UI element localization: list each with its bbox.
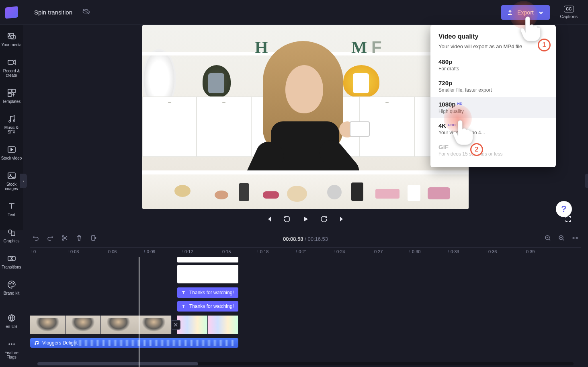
sidebar-item-label: Feature Flags — [1, 351, 22, 359]
ruler-tick: 0:21 — [299, 249, 307, 254]
quality-option-720p[interactable]: 720p Smaller file, faster export — [430, 76, 556, 97]
ruler-tick: 0 — [33, 249, 36, 254]
text-clip-2[interactable]: Thanks for watching! — [177, 301, 238, 312]
sidebar-item-your-media[interactable]: Your media — [0, 30, 23, 49]
quality-sub: For drafts — [438, 66, 548, 72]
ruler-tick: 0:18 — [260, 249, 268, 254]
split-button[interactable] — [61, 235, 68, 243]
sidebar-item-feature-flags[interactable]: Feature Flags — [0, 338, 23, 361]
sidebar-item-stock-video[interactable]: Stock video — [0, 143, 23, 162]
sidebar-item-templates[interactable]: Templates — [0, 86, 23, 105]
sidebar-item-label: en-US — [6, 324, 17, 329]
timeline-timecode: 00:08.58 / 00:16.53 — [283, 236, 328, 242]
app-logo[interactable] — [0, 0, 23, 25]
help-button[interactable]: ? — [556, 201, 572, 217]
quality-title: 1080p — [438, 101, 456, 108]
svg-point-17 — [11, 282, 12, 283]
sidebar-item-label: Templates — [2, 99, 21, 104]
zoom-out-button[interactable] — [545, 235, 551, 243]
timeline-scrollbar[interactable] — [37, 362, 574, 365]
quality-option-480p[interactable]: 480p For drafts — [430, 54, 556, 76]
text-icon — [181, 304, 186, 309]
ruler-tick: 0:12 — [184, 249, 193, 254]
quality-title: GIF — [438, 144, 449, 150]
timeline-tracks[interactable]: Thanks for watching! Thanks for watching… — [30, 257, 581, 367]
chevron-down-icon — [538, 9, 544, 16]
video-preview[interactable]: H M F — [142, 25, 469, 209]
captions-label: Captions — [560, 14, 578, 19]
globe-icon — [7, 313, 16, 323]
quality-option-4k[interactable]: 4KUHD Your video has no 4... — [430, 118, 556, 139]
sidebar-item-label: Graphics — [3, 239, 19, 243]
sidebar-item-transitions[interactable]: Transitions — [0, 252, 23, 271]
export-clip-button[interactable] — [90, 235, 97, 243]
video-clip-outro[interactable] — [177, 316, 238, 334]
ruler-tick: 0:06 — [108, 249, 117, 254]
svg-point-22 — [13, 343, 15, 345]
svg-rect-7 — [8, 93, 11, 96]
export-label: Export — [517, 9, 533, 16]
ruler-tick: 0:27 — [374, 249, 383, 254]
svg-point-18 — [13, 283, 14, 284]
quality-sub: High quality — [438, 109, 548, 114]
redo-button[interactable] — [47, 235, 53, 243]
cc-icon: CC — [564, 6, 574, 12]
export-button[interactable]: Export — [501, 5, 549, 20]
time-sep: / — [305, 236, 306, 242]
rewind-button[interactable] — [283, 215, 291, 223]
clipchamp-logo-icon — [5, 6, 18, 18]
captions-button[interactable]: CC Captions — [558, 5, 580, 20]
playhead[interactable] — [139, 257, 139, 367]
svg-rect-5 — [8, 89, 11, 92]
svg-rect-11 — [8, 173, 15, 178]
video-clip-main[interactable] — [30, 316, 172, 334]
timeline-ruler[interactable]: 0 0:03 0:06 0:09 0:12 0:15 0:18 0:21 0:2… — [30, 247, 581, 257]
ruler-tick: 0:36 — [488, 249, 497, 254]
quality-option-1080p[interactable]: 1080pHD High quality — [430, 97, 556, 118]
svg-point-16 — [10, 283, 10, 284]
sidebar-item-record-create[interactable]: Record & create — [0, 56, 23, 79]
overlay-clip[interactable] — [177, 257, 238, 262]
transition-badge[interactable] — [171, 320, 180, 330]
total-time: 00:16.53 — [307, 236, 328, 242]
music-icon — [7, 114, 16, 124]
timeline-pane: 00:08.58 / 00:16.53 0 0:03 0:06 0:09 0:1… — [23, 230, 588, 367]
sidebar-item-text[interactable]: Text — [0, 200, 23, 219]
timeline-scrollbar-thumb[interactable] — [37, 362, 198, 365]
undo-button[interactable] — [33, 235, 39, 243]
text-clip-1[interactable]: Thanks for watching! — [177, 287, 238, 298]
sidebar: Your media Record & create Templates Mus… — [0, 25, 23, 230]
sidebar-item-label: Stock video — [1, 156, 22, 160]
quality-sub: Smaller file, faster export — [438, 87, 548, 93]
sidebar-item-locale[interactable]: en-US — [0, 312, 23, 330]
ruler-tick: 0:33 — [451, 249, 459, 254]
svg-point-8 — [9, 121, 10, 122]
project-title[interactable]: Spin transition — [34, 9, 72, 16]
image-icon — [7, 171, 16, 180]
sidebar-item-label: Music & SFX — [1, 125, 22, 134]
text-clip-label: Thanks for watching! — [189, 290, 234, 295]
skip-end-button[interactable] — [338, 215, 346, 223]
overlay-clip-2[interactable] — [177, 265, 238, 283]
zoom-fit-button[interactable] — [572, 235, 578, 243]
skip-start-button[interactable] — [265, 215, 272, 223]
timeline-toolbar: 00:08.58 / 00:16.53 — [23, 230, 588, 247]
delete-button[interactable] — [76, 235, 82, 243]
annotation-number-1: 1 — [538, 39, 551, 51]
quality-title: 720p — [438, 80, 452, 86]
right-panel-handle[interactable]: ‹ — [585, 174, 588, 188]
forward-button[interactable] — [320, 215, 328, 223]
camera-icon — [7, 57, 16, 67]
sidebar-item-graphics[interactable]: Graphics — [0, 226, 23, 245]
quality-option-gif[interactable]: GIF For videos 15 seconds or less — [430, 139, 556, 161]
quality-badge: UHD — [448, 123, 456, 127]
text-clip-label: Thanks for watching! — [189, 303, 234, 309]
sidebar-item-music-sfx[interactable]: Music & SFX — [0, 113, 23, 136]
audio-clip[interactable]: Vloggers Delight — [30, 338, 238, 348]
svg-line-0 — [83, 9, 89, 14]
zoom-in-button[interactable] — [558, 235, 565, 243]
current-time: 00:08.58 — [283, 236, 303, 242]
quality-badge: HD — [457, 102, 463, 106]
sidebar-item-brand-kit[interactable]: Brand kit — [0, 278, 23, 297]
play-button[interactable] — [301, 215, 309, 223]
